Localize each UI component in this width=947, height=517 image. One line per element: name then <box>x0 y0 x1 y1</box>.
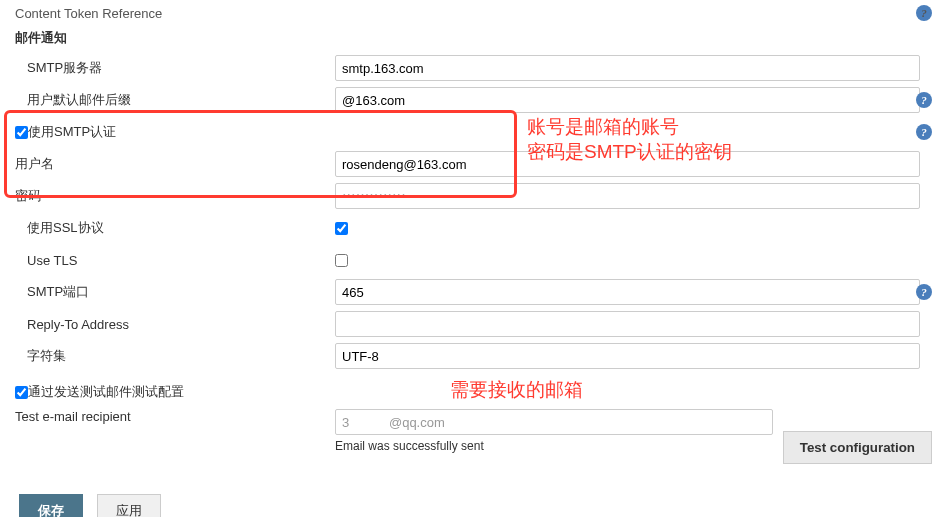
username-input[interactable] <box>335 151 920 177</box>
section-title-email: 邮件通知 <box>15 29 932 47</box>
label-charset: 字符集 <box>15 347 335 365</box>
label-use-tls: Use TLS <box>15 253 335 268</box>
password-input[interactable] <box>335 183 920 209</box>
content-token-reference-link[interactable]: Content Token Reference <box>15 6 162 21</box>
help-icon[interactable]: ? <box>916 124 932 140</box>
label-use-ssl: 使用SSL协议 <box>15 219 335 237</box>
apply-button[interactable]: 应用 <box>97 494 161 517</box>
use-ssl-checkbox[interactable] <box>335 222 348 235</box>
label-test-recipient: Test e-mail recipient <box>15 409 335 424</box>
test-by-send-checkbox[interactable] <box>15 386 28 399</box>
label-smtp-server: SMTP服务器 <box>15 59 335 77</box>
label-username: 用户名 <box>15 155 335 173</box>
help-icon[interactable]: ? <box>916 284 932 300</box>
charset-input[interactable] <box>335 343 920 369</box>
default-suffix-input[interactable] <box>335 87 920 113</box>
smtp-server-input[interactable] <box>335 55 920 81</box>
label-use-smtp-auth: 使用SMTP认证 <box>28 123 116 141</box>
help-icon[interactable]: ? <box>916 92 932 108</box>
label-smtp-port: SMTP端口 <box>15 283 335 301</box>
label-password: 密码 <box>15 187 335 205</box>
test-recipient-input[interactable] <box>335 409 773 435</box>
use-smtp-auth-checkbox[interactable] <box>15 126 28 139</box>
smtp-port-input[interactable] <box>335 279 920 305</box>
label-reply-to: Reply-To Address <box>15 317 335 332</box>
label-test-by-send: 通过发送测试邮件测试配置 <box>28 383 184 401</box>
label-default-suffix: 用户默认邮件后缀 <box>15 91 335 109</box>
test-configuration-button[interactable]: Test configuration <box>783 431 932 464</box>
status-text: Email was successfully sent <box>335 439 773 453</box>
reply-to-input[interactable] <box>335 311 920 337</box>
save-button[interactable]: 保存 <box>19 494 83 517</box>
use-tls-checkbox[interactable] <box>335 254 348 267</box>
help-icon[interactable]: ? <box>916 5 932 21</box>
